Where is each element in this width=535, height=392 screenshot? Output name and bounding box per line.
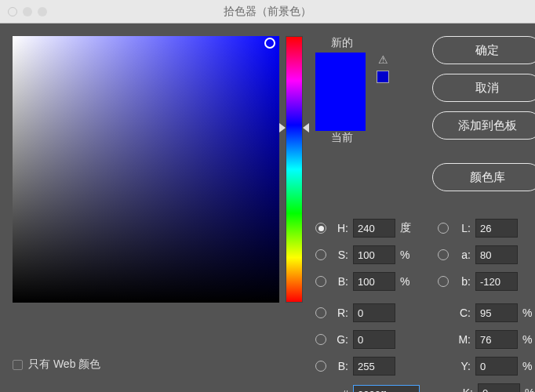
c-input[interactable] <box>475 303 518 322</box>
h-unit: 度 <box>400 221 417 235</box>
preview-block: 新的 当前 <box>315 36 369 191</box>
warning-swatch[interactable] <box>377 71 389 83</box>
y-spacer <box>438 361 449 372</box>
a-label: a: <box>453 249 471 261</box>
h-input[interactable] <box>353 219 395 238</box>
bl-input[interactable] <box>353 357 395 376</box>
l-input[interactable] <box>475 219 518 238</box>
c-label: C: <box>453 307 471 319</box>
c-unit: % <box>522 307 535 319</box>
new-label: 新的 <box>315 36 369 50</box>
b-label: B: <box>331 275 348 288</box>
hex-input[interactable] <box>353 385 420 392</box>
saturation-value-area[interactable] <box>13 36 279 303</box>
window-controls <box>8 7 47 16</box>
k-label: K: <box>456 387 473 392</box>
color-libraries-button[interactable]: 颜色库 <box>432 163 535 191</box>
m-label: M: <box>453 333 471 346</box>
close-window-icon[interactable] <box>8 7 17 16</box>
k-spacer <box>440 387 451 392</box>
c-spacer <box>438 307 449 318</box>
window-title: 拾色器（前景色） <box>224 5 311 19</box>
m-spacer <box>438 334 449 345</box>
green-radio[interactable] <box>315 334 326 345</box>
blue-radio[interactable] <box>315 361 326 372</box>
a-radio[interactable] <box>438 249 449 260</box>
brightness-radio[interactable] <box>315 276 326 287</box>
zoom-window-icon <box>38 7 47 16</box>
m-input[interactable] <box>475 330 518 349</box>
warning-icon[interactable]: ⚠ <box>378 53 388 66</box>
ok-button[interactable]: 确定 <box>432 36 535 64</box>
s-label: S: <box>331 249 348 261</box>
s-unit: % <box>400 249 417 261</box>
add-swatch-button[interactable]: 添加到色板 <box>432 111 535 140</box>
lab-b-input[interactable] <box>475 272 518 291</box>
a-input[interactable] <box>475 245 518 264</box>
web-only-label: 只有 Web 颜色 <box>28 358 100 372</box>
lab-b-label: b: <box>453 275 471 288</box>
y-input[interactable] <box>475 357 518 376</box>
k-unit: % <box>525 387 535 392</box>
new-color-swatch[interactable] <box>315 53 366 92</box>
b-input[interactable] <box>353 272 395 291</box>
title-bar: 拾色器（前景色） <box>0 0 535 24</box>
hue-slider[interactable] <box>286 36 303 303</box>
hue-arrow-left-icon <box>279 123 286 132</box>
hue-column <box>286 36 303 392</box>
h-label: H: <box>331 222 348 234</box>
saturation-radio[interactable] <box>315 249 326 260</box>
y-label: Y: <box>453 360 471 372</box>
y-unit: % <box>522 360 535 372</box>
cancel-button[interactable]: 取消 <box>432 74 535 102</box>
r-label: R: <box>331 307 348 319</box>
current-label: 当前 <box>315 131 369 145</box>
web-only-checkbox[interactable] <box>13 360 23 370</box>
g-input[interactable] <box>353 330 395 349</box>
red-radio[interactable] <box>315 307 326 318</box>
hex-spacer <box>315 389 326 392</box>
current-color-swatch[interactable] <box>315 92 366 131</box>
hue-arrow-right-icon <box>303 123 309 132</box>
hex-label: # <box>331 388 348 392</box>
k-input[interactable] <box>478 383 520 392</box>
lab-b-radio[interactable] <box>438 276 449 287</box>
b-unit: % <box>400 275 417 288</box>
hue-radio[interactable] <box>315 223 326 234</box>
bl-label: B: <box>331 360 348 372</box>
minimize-window-icon <box>23 7 32 16</box>
web-only-row: 只有 Web 颜色 <box>13 358 279 372</box>
lightness-radio[interactable] <box>438 223 449 234</box>
r-input[interactable] <box>353 303 395 322</box>
m-unit: % <box>522 333 535 346</box>
sv-marker[interactable] <box>264 38 275 49</box>
s-input[interactable] <box>353 245 395 264</box>
l-label: L: <box>453 222 471 234</box>
g-label: G: <box>331 333 348 346</box>
